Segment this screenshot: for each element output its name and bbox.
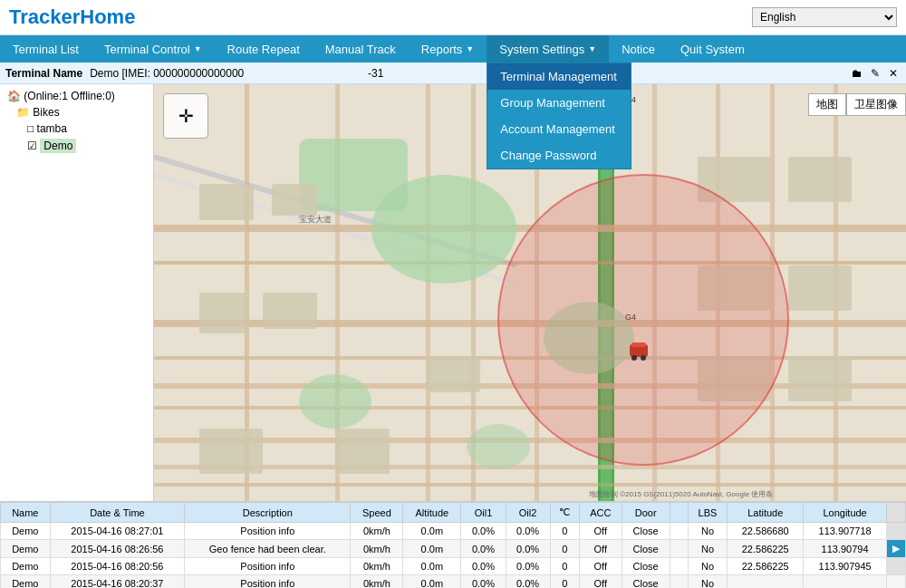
cell-13: 113.907945 bbox=[804, 558, 887, 575]
cell-1: 2015-04-16 08:20:56 bbox=[50, 558, 185, 575]
home-icon: 🏠 bbox=[7, 90, 21, 102]
cell-5: 0.0% bbox=[461, 558, 506, 575]
svg-rect-30 bbox=[199, 293, 249, 333]
nav-notice[interactable]: Notice bbox=[609, 35, 668, 63]
cell-13: 113.907718 bbox=[804, 523, 887, 540]
cell-8: Off bbox=[579, 558, 622, 575]
data-table: Name Date & Time Description Speed Altit… bbox=[0, 502, 906, 588]
nav-reports[interactable]: Reports ▼ bbox=[409, 35, 487, 63]
tree-demo[interactable]: ☑ Demo bbox=[4, 137, 149, 155]
svg-rect-40 bbox=[426, 356, 480, 392]
nav-quit-system[interactable]: Quit System bbox=[668, 35, 757, 63]
svg-rect-29 bbox=[272, 184, 317, 216]
chevron-down-icon: ▼ bbox=[588, 44, 596, 53]
cell-10 bbox=[670, 575, 688, 589]
svg-rect-28 bbox=[199, 184, 254, 220]
delete-terminal-icon[interactable]: ✕ bbox=[886, 66, 901, 81]
col-latitude: Latitude bbox=[728, 503, 804, 523]
language-select[interactable]: English bbox=[752, 7, 897, 27]
dropdown-change-password[interactable]: Change Password bbox=[487, 142, 631, 169]
col-speed: Speed bbox=[351, 503, 403, 523]
cell-9: Close bbox=[622, 575, 670, 589]
col-oil2: Oil2 bbox=[506, 503, 550, 523]
cell-5: 0.0% bbox=[461, 575, 506, 589]
cell-1: 2015-04-16 08:27:01 bbox=[50, 523, 185, 540]
scroll-cell: ▶ bbox=[887, 540, 906, 558]
tree-root: 🏠 (Online:1 Offline:0) bbox=[4, 88, 149, 104]
dropdown-terminal-management[interactable]: Terminal Management bbox=[487, 63, 631, 90]
cell-4: 0.0m bbox=[403, 523, 461, 540]
cell-8: Off bbox=[579, 523, 622, 540]
cell-11: No bbox=[688, 558, 728, 575]
svg-rect-8 bbox=[154, 438, 906, 443]
satellite-view-button[interactable]: 卫星图像 bbox=[846, 93, 906, 116]
dropdown-group-management[interactable]: Group Management bbox=[487, 90, 631, 116]
cell-1: 2015-04-16 08:20:37 bbox=[50, 575, 185, 589]
cell-5: 0.0% bbox=[461, 523, 506, 540]
logo: TrackerHome bbox=[9, 5, 135, 29]
navbar: Terminal List Terminal Control ▼ Route R… bbox=[0, 35, 906, 63]
svg-point-25 bbox=[299, 374, 371, 429]
cell-2: Position info bbox=[185, 523, 351, 540]
cell-10 bbox=[670, 523, 688, 540]
add-terminal-icon[interactable]: 🖿 bbox=[850, 66, 864, 81]
cell-11: No bbox=[688, 575, 728, 589]
svg-rect-39 bbox=[335, 429, 390, 474]
table-row[interactable]: Demo2015-04-16 08:27:01Position info0km/… bbox=[1, 523, 906, 540]
terminal-label: Terminal Name bbox=[5, 67, 82, 80]
svg-rect-35 bbox=[788, 265, 852, 311]
cell-0: Demo bbox=[1, 523, 51, 540]
edit-terminal-icon[interactable]: ✎ bbox=[868, 66, 882, 81]
scroll-cell bbox=[887, 558, 906, 575]
cell-0: Demo bbox=[1, 575, 51, 589]
cell-12 bbox=[728, 575, 804, 589]
svg-rect-46 bbox=[631, 342, 646, 347]
nav-route-repeat[interactable]: Route Repeat bbox=[215, 35, 313, 63]
map-type-buttons: 地图 卫星图像 bbox=[808, 93, 906, 116]
cell-4: 0.0m bbox=[403, 558, 461, 575]
file-icon: □ bbox=[27, 122, 34, 135]
nav-terminal-control[interactable]: Terminal Control ▼ bbox=[92, 35, 215, 63]
cell-2: Position info bbox=[185, 558, 351, 575]
cell-4: 0.0m bbox=[403, 575, 461, 589]
terminal-bar: Terminal Name Demo [IMEI: 00000000000000… bbox=[0, 63, 906, 84]
data-table-container: Name Date & Time Description Speed Altit… bbox=[0, 501, 906, 588]
nav-system-settings[interactable]: System Settings ▼ Terminal Management Gr… bbox=[487, 35, 609, 63]
terminal-info: Demo [IMEI: 000000000000000 -31 bbox=[90, 67, 850, 80]
map-nav-control[interactable]: ✛ bbox=[163, 93, 208, 139]
col-temp: ℃ bbox=[550, 503, 579, 523]
nav-terminal-list[interactable]: Terminal List bbox=[0, 35, 92, 63]
col-datetime: Date & Time bbox=[50, 503, 185, 523]
cell-8: Off bbox=[579, 575, 622, 589]
svg-text:宝安大道: 宝安大道 bbox=[299, 215, 332, 224]
table-row[interactable]: Demo2015-04-16 08:26:56Geo fence had bee… bbox=[1, 540, 906, 558]
nav-manual-track[interactable]: Manual Track bbox=[313, 35, 409, 63]
cell-7: 0 bbox=[550, 558, 579, 575]
dropdown-account-management[interactable]: Account Management bbox=[487, 116, 631, 142]
cell-10 bbox=[670, 558, 688, 575]
system-settings-dropdown: Terminal Management Group Management Acc… bbox=[487, 63, 631, 169]
cell-12: 22.586680 bbox=[728, 523, 804, 540]
chevron-down-icon: ▼ bbox=[466, 44, 474, 53]
cell-3: 0km/h bbox=[351, 540, 403, 558]
cell-6: 0.0% bbox=[506, 558, 550, 575]
chevron-down-icon: ▼ bbox=[194, 44, 202, 53]
map-view-button[interactable]: 地图 bbox=[808, 93, 846, 116]
col-description: Description bbox=[185, 503, 351, 523]
cell-1: 2015-04-16 08:26:56 bbox=[50, 540, 185, 558]
col-name: Name bbox=[1, 503, 51, 523]
svg-point-26 bbox=[467, 424, 530, 469]
col-flag bbox=[670, 503, 688, 523]
svg-rect-16 bbox=[426, 84, 430, 501]
table-body: Demo2015-04-16 08:27:01Position info0km/… bbox=[1, 523, 906, 589]
svg-text:地图绘制 ©2015 GS(2011)5020 AutoNa: 地图绘制 ©2015 GS(2011)5020 AutoNavi, Google… bbox=[588, 490, 773, 498]
table-row[interactable]: Demo2015-04-16 08:20:37Position info0km/… bbox=[1, 575, 906, 589]
tree-bikes[interactable]: 📁 Bikes bbox=[4, 104, 149, 120]
cell-13: 113.90794 bbox=[804, 540, 887, 558]
cell-5: 0.0% bbox=[461, 540, 506, 558]
tree-tamba[interactable]: □ tamba bbox=[4, 120, 149, 137]
svg-point-44 bbox=[498, 175, 788, 465]
table-row[interactable]: Demo2015-04-16 08:20:56Position info0km/… bbox=[1, 558, 906, 575]
cell-6: 0.0% bbox=[506, 540, 550, 558]
svg-point-47 bbox=[631, 355, 637, 361]
